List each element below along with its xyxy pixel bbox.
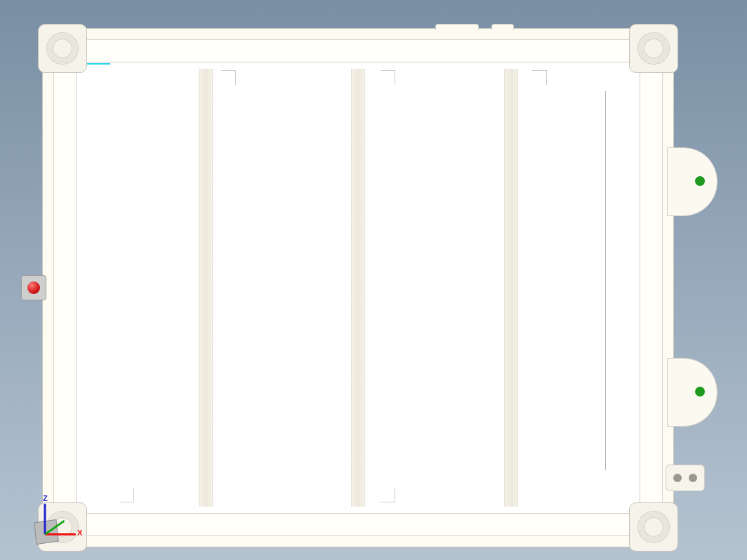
corner-ring-mount bbox=[38, 24, 87, 73]
model-assembly[interactable] bbox=[42, 28, 674, 547]
panel-divider bbox=[351, 69, 365, 507]
panel-notch bbox=[381, 70, 395, 85]
panel-guideline bbox=[605, 91, 606, 470]
cad-viewport[interactable]: X Z bbox=[0, 0, 747, 560]
panel-notch bbox=[381, 488, 395, 502]
connector-plate bbox=[666, 465, 705, 491]
panel-divider bbox=[199, 69, 213, 507]
corner-ring-mount bbox=[629, 502, 678, 552]
side-knob bbox=[21, 275, 46, 300]
panel-notch bbox=[119, 488, 134, 502]
knob-ball-icon bbox=[27, 281, 40, 294]
panel-notch bbox=[221, 70, 236, 85]
corner-ring-mount bbox=[38, 502, 87, 552]
plate-hole-icon bbox=[673, 474, 682, 482]
top-edge-tab bbox=[491, 24, 514, 30]
indicator-dot-icon bbox=[695, 387, 705, 396]
side-lobe-indicator bbox=[667, 147, 716, 215]
top-edge-tab bbox=[435, 24, 479, 30]
panel-notch bbox=[532, 70, 547, 85]
panel-divider bbox=[504, 69, 518, 507]
indicator-dot-icon bbox=[695, 176, 705, 186]
side-lobe-indicator bbox=[667, 358, 716, 425]
corner-ring-mount bbox=[629, 24, 678, 73]
highlight-edge bbox=[86, 63, 110, 65]
plate-hole-icon bbox=[689, 474, 697, 482]
